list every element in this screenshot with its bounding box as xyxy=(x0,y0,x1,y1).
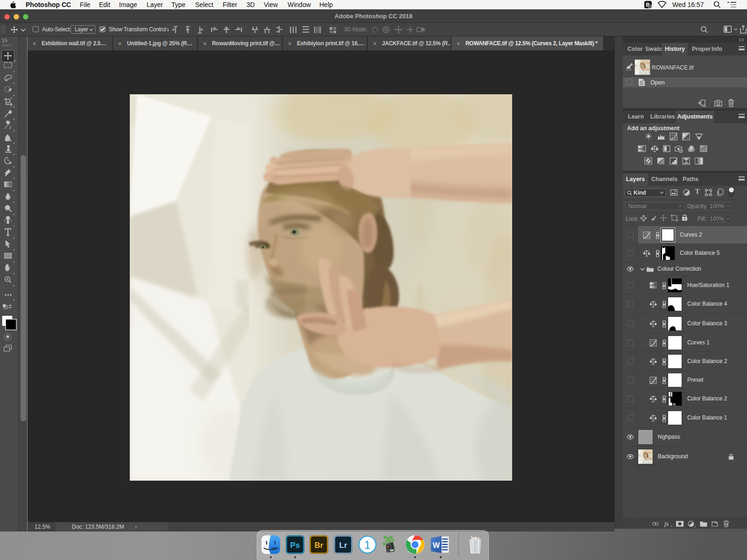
svg-text:fx: fx xyxy=(664,520,669,527)
svg-text:Lr: Lr xyxy=(339,541,347,550)
svg-text:Br: Br xyxy=(315,541,324,550)
svg-text:1: 1 xyxy=(364,539,370,551)
svg-text:Ps: Ps xyxy=(290,541,300,550)
svg-text:W: W xyxy=(433,541,440,549)
